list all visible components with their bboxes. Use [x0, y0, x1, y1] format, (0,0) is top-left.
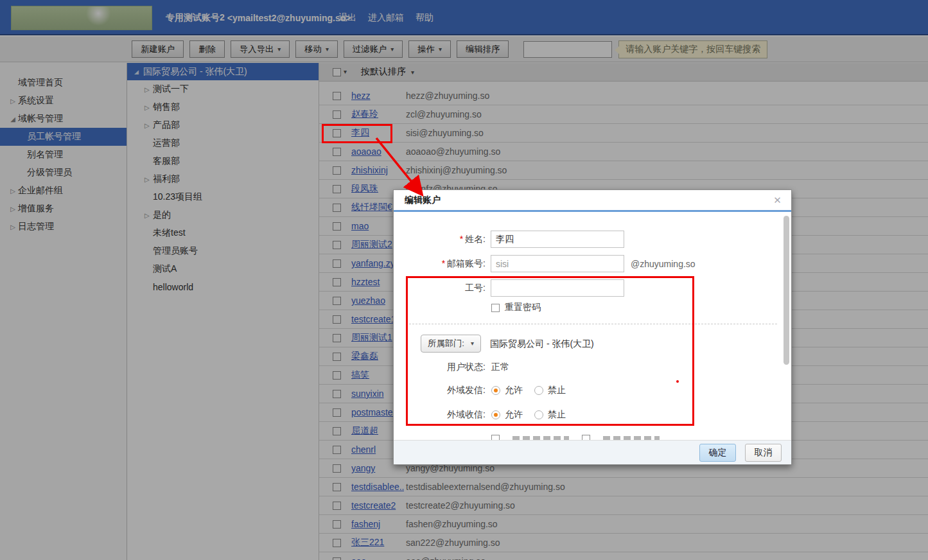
- required-asterisk: *: [442, 258, 445, 268]
- dialog-title: 编辑账户 ✕: [394, 190, 791, 212]
- status-value: 正常: [491, 362, 509, 373]
- email-domain-suffix: @zhuyuming.so: [631, 259, 696, 269]
- modal-scrollbar-thumb[interactable]: [784, 216, 789, 365]
- deny-recv-radio[interactable]: [534, 410, 543, 419]
- email-account-input[interactable]: [491, 255, 624, 272]
- reset-password-label: 重置密码: [505, 302, 541, 313]
- deny-send-radio[interactable]: [534, 386, 543, 395]
- chevron-down-icon: ▾: [471, 340, 474, 347]
- department-dropdown-button[interactable]: 所属部门:▾: [421, 335, 481, 353]
- user-status-row: 用户状态: 正常: [394, 362, 509, 373]
- section-divider: [409, 324, 777, 324]
- cancel-button[interactable]: 取消: [745, 444, 782, 462]
- external-send-label: 外域发信:: [394, 385, 486, 396]
- deny-recv-radio-label: 禁止: [548, 409, 566, 421]
- jobid-field-row: 工号:: [394, 279, 624, 297]
- deny-send-radio-label: 禁止: [548, 385, 566, 396]
- allow-recv-radio[interactable]: [491, 410, 500, 419]
- external-recv-row: 外域收信: 允许 禁止: [394, 409, 577, 421]
- reset-password-row: 重置密码: [394, 302, 541, 313]
- jobid-input[interactable]: [491, 279, 624, 297]
- external-send-row: 外域发信: 允许 禁止: [394, 385, 577, 396]
- name-input[interactable]: [491, 231, 624, 248]
- email-field-row: *邮箱账号: @zhuyuming.so: [394, 255, 696, 272]
- allow-recv-radio-label: 允许: [505, 409, 523, 421]
- ok-button[interactable]: 确定: [699, 444, 736, 462]
- reset-password-checkbox[interactable]: [491, 304, 500, 312]
- close-icon[interactable]: ✕: [772, 195, 784, 206]
- status-label: 用户状态:: [394, 362, 486, 373]
- edit-account-dialog: 编辑账户 ✕ *姓名: *邮箱账号: @zhuyuming.so 工号: 重置密…: [393, 189, 792, 465]
- external-recv-label: 外域收信:: [394, 409, 486, 421]
- allow-send-radio-label: 允许: [505, 385, 523, 396]
- department-value: 国际贸易公司 - 张伟(大卫): [490, 338, 594, 350]
- dialog-footer: 确定 取消: [394, 440, 791, 464]
- jobid-label: 工号:: [394, 283, 486, 294]
- name-field-row: *姓名:: [394, 231, 624, 248]
- required-asterisk: *: [460, 234, 463, 244]
- name-label: *姓名:: [394, 234, 486, 245]
- allow-send-radio[interactable]: [491, 386, 500, 395]
- email-label: *邮箱账号:: [394, 258, 486, 270]
